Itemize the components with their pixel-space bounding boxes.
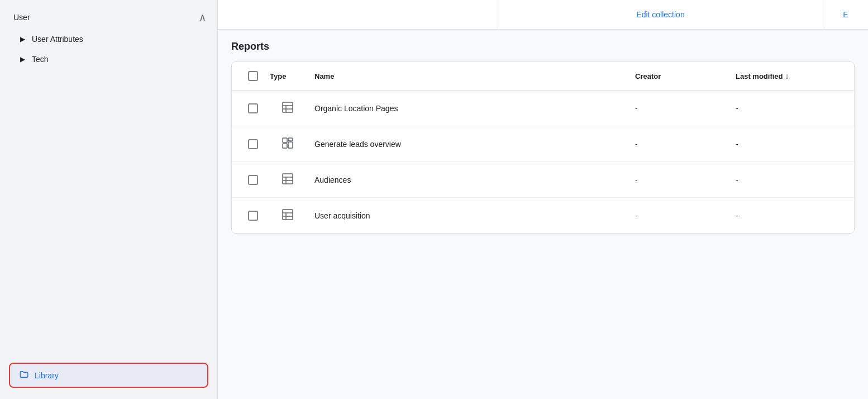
sidebar-item-tech[interactable]: ▶ Tech [0,49,217,69]
table-icon [281,101,294,116]
row-type-cell [265,172,310,187]
row-creator-cell: - [631,140,731,149]
library-button-wrapper: Library [0,356,217,399]
svg-rect-5 [288,138,293,141]
sidebar: User ∧ ▶ User Attributes ▶ Tech Library [0,0,218,399]
sort-arrow-icon: ↓ [785,72,789,80]
row-checkbox[interactable] [248,103,258,113]
top-bar-input-area [218,0,498,29]
svg-rect-6 [288,142,293,148]
sidebar-user-section[interactable]: User ∧ [0,6,217,29]
row-checkbox[interactable] [248,211,258,221]
header-name: Name [310,72,631,80]
row-name-cell: User acquisition [310,211,631,220]
row-checkbox[interactable] [248,139,258,149]
row-modified-cell: - [731,140,854,149]
table-header-row: Type Name Creator Last modified ↓ [232,62,854,91]
header-creator: Creator [631,72,731,80]
row-name-cell: Audiences [310,175,631,184]
row-type-cell [265,208,310,223]
reports-table: Type Name Creator Last modified ↓ [231,61,855,234]
table-row: Audiences - - [232,162,854,198]
svg-rect-12 [283,210,293,220]
sidebar-item-label: User Attributes [32,35,83,44]
row-checkbox-cell[interactable] [232,139,265,149]
row-modified-cell: - [731,211,854,220]
table-icon [281,172,294,187]
dashboard-icon [281,136,294,151]
header-type: Type [265,72,310,80]
row-name-cell: Organic Location Pages [310,104,631,113]
header-checkbox-cell[interactable] [232,71,265,81]
row-creator-cell: - [631,175,731,184]
folder-icon [19,369,29,381]
top-bar: Edit collection E [218,0,868,30]
table-row: Organic Location Pages - - [232,91,854,126]
svg-rect-0 [283,102,293,112]
reports-title: Reports [231,41,855,53]
bullet-icon: ▶ [20,35,25,43]
reports-section: Reports Type Name Creator Last modified … [218,30,868,399]
row-checkbox-cell[interactable] [232,211,265,221]
bullet-icon: ▶ [20,55,25,63]
row-creator-cell: - [631,104,731,113]
extra-label: E [843,10,848,19]
table-row: User acquisition - - [232,198,854,233]
row-creator-cell: - [631,211,731,220]
edit-collection-label: Edit collection [636,10,684,19]
row-type-cell [265,136,310,151]
row-name-cell: Generate leads overview [310,140,631,149]
row-checkbox-cell[interactable] [232,175,265,185]
library-button[interactable]: Library [9,363,208,388]
table-row: Generate leads overview - - [232,126,854,162]
sidebar-item-user-attributes[interactable]: ▶ User Attributes [0,29,217,49]
row-modified-cell: - [731,175,854,184]
sidebar-item-label: Tech [32,55,49,64]
sidebar-user-label: User [13,13,30,22]
svg-rect-7 [283,144,287,148]
main-content: Edit collection E Reports Type Name Crea… [218,0,868,399]
row-checkbox-cell[interactable] [232,103,265,113]
row-checkbox[interactable] [248,175,258,185]
top-bar-extra-button[interactable]: E [823,0,868,29]
library-label: Library [35,371,59,380]
svg-rect-4 [283,138,287,142]
table-icon [281,208,294,223]
row-type-cell [265,101,310,116]
edit-collection-button[interactable]: Edit collection [498,0,823,29]
row-modified-cell: - [731,104,854,113]
header-checkbox[interactable] [248,71,258,81]
svg-rect-8 [283,174,293,184]
chevron-up-icon: ∧ [199,11,206,23]
header-last-modified[interactable]: Last modified ↓ [731,72,854,80]
